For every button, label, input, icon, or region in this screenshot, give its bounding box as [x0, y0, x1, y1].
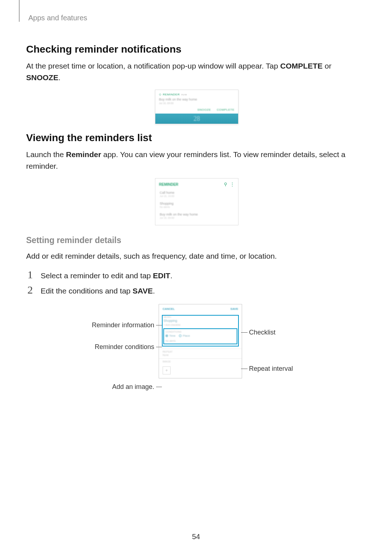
step-row: 2 Edit the conditions and tap SAVE. [26, 284, 367, 296]
page-content: Checking reminder notifications At the p… [26, 36, 367, 413]
bold-complete: COMPLETE [280, 62, 323, 70]
callout-line [156, 387, 162, 387]
memo-label: MEMO [163, 316, 237, 318]
text: . [58, 73, 61, 82]
edit-reminder-card: CANCEL SAVE MEMO Shopping + Add checklis… [159, 304, 242, 378]
bold-edit: EDIT [153, 271, 170, 280]
step-row: 1 Select a reminder to edit and tap EDIT… [26, 268, 367, 281]
list-item-sub: Jul 10, 16:00 [160, 195, 234, 197]
radio-time[interactable]: Time [166, 334, 175, 337]
callout-line [241, 369, 248, 369]
heading-setting-details: Setting reminder details [26, 235, 367, 245]
step-text: Select a reminder to edit and tap EDIT. [41, 271, 172, 280]
notification-actions: SNOOZE COMPLETE [155, 107, 238, 114]
text: At the preset time or location, a notifi… [26, 62, 280, 70]
list-item-title: Shopping [160, 202, 234, 205]
notification-bottom-bar: 28 [155, 114, 238, 124]
reminder-list-card: REMINDER ⚲ ⋮ Call home Jul 10, 16:00 Sho… [155, 178, 238, 225]
text: Launch the [26, 150, 66, 159]
radio-place-label: Place [183, 334, 190, 337]
callout-line [156, 325, 162, 325]
list-item-sub: Jul 10, 09:00 [160, 217, 234, 219]
callout-checklist: Checklist [249, 329, 275, 336]
radio-place[interactable]: Place [179, 334, 190, 337]
notification-subtitle: Jul 10, 09:00 [159, 102, 234, 104]
list-item[interactable]: Call home Jul 10, 16:00 [155, 189, 238, 200]
list-item-title: Call home [160, 191, 234, 194]
radio-time-label: Time [169, 334, 175, 337]
para-viewing-list: Launch the Reminder app. You can view yo… [26, 149, 367, 172]
clock-display: 28 [193, 115, 200, 123]
repeat-section: REPEAT None [159, 349, 242, 358]
image-label: IMAGE [163, 360, 238, 363]
figure-reminder-list: REMINDER ⚲ ⋮ Call home Jul 10, 16:00 Sho… [26, 178, 367, 225]
highlight-conditions-section: CONDITIONS Time Place No alerts [163, 328, 237, 344]
plus-icon: + [165, 368, 168, 373]
notification-time-meta: now [181, 93, 187, 96]
text: . [170, 271, 172, 280]
text: Select a reminder to edit and tap [41, 271, 153, 280]
notification-title: Buy milk on the way home [159, 98, 234, 101]
callout-reminder-information: Reminder information [79, 321, 154, 329]
page-edge-indicator [19, 0, 20, 22]
callout-reminder-conditions: Reminder conditions [79, 343, 154, 351]
conditions-label: CONDITIONS [166, 331, 235, 333]
list-item-sub: No alerts [160, 206, 234, 208]
notification-card: ◇ REMINDER now Buy milk on the way home … [155, 90, 238, 124]
callout-line [156, 347, 162, 347]
notification-source-row: ◇ REMINDER now [159, 93, 234, 96]
complete-button[interactable]: COMPLETE [217, 108, 234, 111]
add-image-button[interactable]: + [163, 366, 171, 374]
callout-add-image: Add an image. [79, 383, 154, 391]
text: Edit the conditions and tap [41, 287, 132, 295]
figure-notification-popup: ◇ REMINDER now Buy milk on the way home … [26, 90, 367, 124]
bold-save: SAVE [132, 287, 153, 295]
text: . [153, 287, 155, 295]
list-item[interactable]: Shopping No alerts [155, 200, 238, 210]
radio-dot-icon [179, 335, 181, 337]
cancel-button[interactable]: CANCEL [163, 307, 175, 311]
figure-edit-reminder: CANCEL SAVE MEMO Shopping + Add checklis… [59, 304, 335, 413]
memo-field[interactable]: Shopping [163, 319, 237, 323]
edit-top-bar: CANCEL SAVE [159, 304, 242, 313]
more-icon[interactable]: ⋮ [230, 182, 234, 186]
snooze-button[interactable]: SNOOZE [197, 108, 211, 111]
step-text: Edit the conditions and tap SAVE. [41, 287, 155, 295]
add-checklist-hint[interactable]: + Add checklist [163, 324, 237, 326]
notification-body: ◇ REMINDER now Buy milk on the way home … [155, 90, 238, 107]
notification-source: REMINDER [163, 93, 180, 96]
list-item-title: Buy milk on the way home [160, 213, 234, 216]
reminder-list-header: REMINDER ⚲ ⋮ [155, 178, 238, 189]
text: or [323, 62, 332, 70]
step-number-1: 1 [26, 268, 34, 281]
para-setting-details: Add or edit reminder details, such as fr… [26, 250, 367, 262]
bold-snooze: SNOOZE [26, 73, 58, 82]
callout-repeat-interval: Repeat interval [249, 365, 293, 373]
list-item[interactable]: Buy milk on the way home Jul 10, 09:00 [155, 210, 238, 221]
heading-viewing-list: Viewing the reminders list [26, 132, 367, 144]
search-icon[interactable]: ⚲ [224, 182, 227, 186]
para-checking-notifications: At the preset time or location, a notifi… [26, 60, 367, 83]
reminder-list-title: REMINDER [159, 182, 178, 186]
conditions-radio-row: Time Place [166, 334, 235, 337]
radio-dot-icon [166, 335, 168, 337]
lightbulb-icon: ◇ [159, 93, 162, 96]
image-section: IMAGE [159, 358, 242, 365]
breadcrumb: Apps and features [28, 14, 87, 22]
page-number: 54 [0, 533, 392, 541]
step-number-2: 2 [26, 284, 34, 296]
highlight-info-section: MEMO Shopping + Add checklist CONDITIONS… [162, 315, 239, 346]
repeat-value[interactable]: None [163, 354, 238, 356]
callout-line [241, 332, 248, 333]
heading-checking-notifications: Checking reminder notifications [26, 44, 367, 55]
save-button[interactable]: SAVE [230, 307, 238, 311]
no-alerts-text: No alerts [166, 340, 235, 342]
bold-reminder: Reminder [66, 150, 101, 159]
repeat-label: REPEAT [163, 350, 238, 353]
